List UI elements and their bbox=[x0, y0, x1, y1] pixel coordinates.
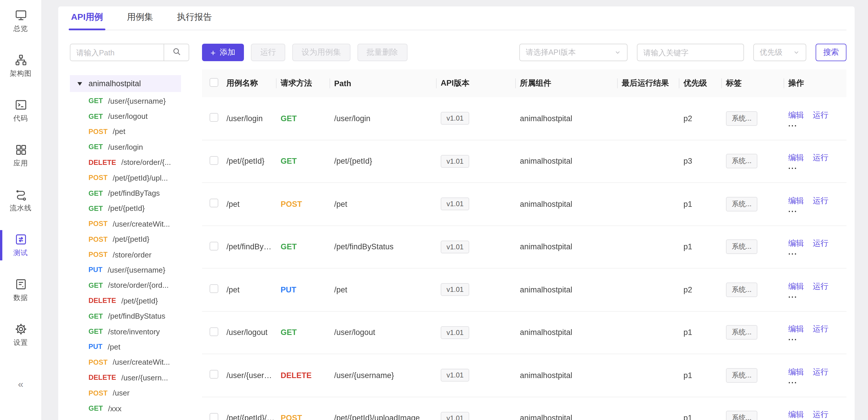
sidebar-item-架构图[interactable]: 架构图 bbox=[0, 53, 42, 79]
row-checkbox[interactable] bbox=[210, 413, 218, 420]
run-link[interactable]: 运行 bbox=[813, 153, 829, 163]
sidebar-item-应用[interactable]: 应用 bbox=[0, 143, 42, 168]
edit-link[interactable]: 编辑 bbox=[788, 410, 804, 420]
select-all-checkbox[interactable] bbox=[210, 78, 218, 87]
path-search-input[interactable] bbox=[70, 44, 163, 61]
http-method-label: GET bbox=[89, 205, 103, 213]
pipeline-icon bbox=[14, 187, 28, 202]
tag-badge: 系统... bbox=[726, 154, 757, 169]
api-version-badge: v1.01 bbox=[441, 155, 469, 168]
sidebar-item-测试[interactable]: 测试 bbox=[0, 233, 42, 258]
tree-endpoint-item[interactable]: POST /store/order bbox=[70, 247, 189, 263]
tree-endpoint-item[interactable]: POST /pet/{petId}/upl... bbox=[70, 170, 189, 185]
tree-endpoint-item[interactable]: PUT /pet bbox=[70, 339, 189, 355]
run-link[interactable]: 运行 bbox=[813, 239, 829, 249]
tree-endpoint-item[interactable]: DELETE /pet/{petId} bbox=[70, 293, 189, 308]
chevron-down-icon bbox=[614, 49, 621, 56]
run-link[interactable]: 运行 bbox=[813, 196, 829, 206]
tag-badge: 系统... bbox=[726, 282, 757, 297]
run-button[interactable]: 运行 bbox=[251, 44, 285, 61]
architecture-icon bbox=[14, 53, 28, 67]
app-root: 总览 架构图 代码 应用 流水线 测试 数据 设置 « API用例 用例集 执行… bbox=[0, 0, 868, 420]
more-actions-button[interactable]: ... bbox=[788, 335, 842, 341]
edit-link[interactable]: 编辑 bbox=[788, 153, 804, 163]
sidebar-item-总览[interactable]: 总览 bbox=[0, 8, 42, 34]
set-suite-button[interactable]: 设为用例集 bbox=[292, 44, 350, 61]
row-checkbox[interactable] bbox=[210, 113, 218, 122]
priority-select[interactable]: 优先级 bbox=[753, 44, 806, 61]
keyword-input[interactable] bbox=[643, 48, 738, 57]
tree-endpoint-item[interactable]: POST /user/createWit... bbox=[70, 355, 189, 370]
more-actions-button[interactable]: ... bbox=[788, 121, 842, 127]
http-method-label: POST bbox=[89, 127, 107, 136]
cell-case-name: /pet bbox=[226, 200, 281, 209]
http-method-label: GET bbox=[89, 404, 103, 413]
edit-link[interactable]: 编辑 bbox=[788, 196, 804, 206]
api-version-badge: v1.01 bbox=[441, 112, 469, 125]
tree-endpoint-item[interactable]: DELETE /user/{usern... bbox=[70, 370, 189, 385]
tree-endpoint-item[interactable]: POST /user/createWit... bbox=[70, 216, 189, 232]
search-button[interactable]: 搜索 bbox=[816, 44, 846, 61]
tree-endpoint-item[interactable]: GET /store/inventory bbox=[70, 324, 189, 339]
row-checkbox[interactable] bbox=[210, 284, 218, 293]
tree-endpoint-item[interactable]: GET /user/{username} bbox=[70, 93, 189, 109]
more-actions-button[interactable]: ... bbox=[788, 378, 842, 384]
table-row: /user/login GET /user/login v1.01 animal… bbox=[202, 97, 846, 140]
run-link[interactable]: 运行 bbox=[813, 367, 829, 378]
tree-endpoint-item[interactable]: GET /user/logout bbox=[70, 109, 189, 124]
tree-endpoint-item[interactable]: PUT /user/{username} bbox=[70, 263, 189, 278]
cell-priority: p2 bbox=[683, 114, 726, 123]
tag-badge: 系统... bbox=[726, 240, 757, 254]
endpoint-path-label: /pet/{petId} bbox=[113, 235, 149, 243]
edit-link[interactable]: 编辑 bbox=[788, 281, 804, 292]
tree-root-node[interactable]: animalhostpital bbox=[70, 75, 181, 92]
tree-endpoint-item[interactable]: GET /pet/findByTags bbox=[70, 185, 189, 201]
tree-endpoint-item[interactable]: GET /store/order/{ord... bbox=[70, 277, 189, 293]
tree-endpoint-item[interactable]: POST /user bbox=[70, 385, 189, 401]
tree-endpoint-item[interactable]: GET /xxx bbox=[70, 401, 189, 416]
tree-endpoint-item[interactable]: GET /pet/findByStatus bbox=[70, 308, 189, 324]
row-checkbox[interactable] bbox=[210, 242, 218, 250]
sidebar-item-数据[interactable]: 数据 bbox=[0, 277, 42, 303]
http-method-label: GET bbox=[89, 189, 103, 197]
edit-link[interactable]: 编辑 bbox=[788, 324, 804, 335]
run-link[interactable]: 运行 bbox=[813, 281, 829, 292]
tree-endpoint-item[interactable]: GET /pet/{petId} bbox=[70, 201, 189, 216]
row-checkbox[interactable] bbox=[210, 199, 218, 208]
tree-endpoint-item[interactable]: DELETE /store/order/{... bbox=[70, 155, 189, 170]
sidebar-item-设置[interactable]: 设置 bbox=[0, 322, 42, 348]
tab-用例集[interactable]: 用例集 bbox=[126, 12, 154, 30]
sidebar-item-流水线[interactable]: 流水线 bbox=[0, 187, 42, 213]
more-actions-button[interactable]: ... bbox=[788, 164, 842, 170]
tab-执行报告[interactable]: 执行报告 bbox=[176, 12, 213, 30]
tree-endpoint-item[interactable]: GET /user/login bbox=[70, 139, 189, 155]
more-actions-button[interactable]: ... bbox=[788, 207, 842, 213]
collapse-sidebar-button[interactable]: « bbox=[18, 379, 24, 390]
path-search-button[interactable] bbox=[163, 44, 189, 61]
sidebar-item-代码[interactable]: 代码 bbox=[0, 98, 42, 123]
more-actions-button[interactable]: ... bbox=[788, 250, 842, 256]
edit-link[interactable]: 编辑 bbox=[788, 239, 804, 249]
table-row: /pet POST /pet v1.01 animalhostpital p1 … bbox=[202, 183, 846, 226]
row-checkbox[interactable] bbox=[210, 156, 218, 165]
settings-icon bbox=[14, 322, 28, 336]
api-tree-panel: animalhostpital GET /user/{username} GET… bbox=[70, 44, 189, 420]
row-checkbox[interactable] bbox=[210, 327, 218, 336]
row-checkbox[interactable] bbox=[210, 370, 218, 379]
api-version-badge: v1.01 bbox=[441, 198, 469, 211]
tab-API用例[interactable]: API用例 bbox=[70, 12, 104, 30]
run-link[interactable]: 运行 bbox=[813, 324, 829, 335]
tag-badge: 系统... bbox=[726, 325, 757, 340]
api-version-select[interactable]: 请选择API版本 bbox=[519, 44, 627, 61]
batch-delete-button[interactable]: 批量删除 bbox=[357, 44, 407, 61]
run-link[interactable]: 运行 bbox=[813, 110, 829, 121]
add-button[interactable]: + 添加 bbox=[202, 44, 244, 61]
tree-endpoint-item[interactable]: POST /pet/{petId} bbox=[70, 232, 189, 247]
run-link[interactable]: 运行 bbox=[813, 410, 829, 420]
edit-link[interactable]: 编辑 bbox=[788, 110, 804, 121]
tree-endpoint-item[interactable]: POST /pet bbox=[70, 124, 189, 140]
more-actions-button[interactable]: ... bbox=[788, 293, 842, 298]
cell-case-name: /user/{userna... bbox=[226, 371, 281, 380]
edit-link[interactable]: 编辑 bbox=[788, 367, 804, 378]
http-method-label: POST bbox=[89, 174, 107, 182]
